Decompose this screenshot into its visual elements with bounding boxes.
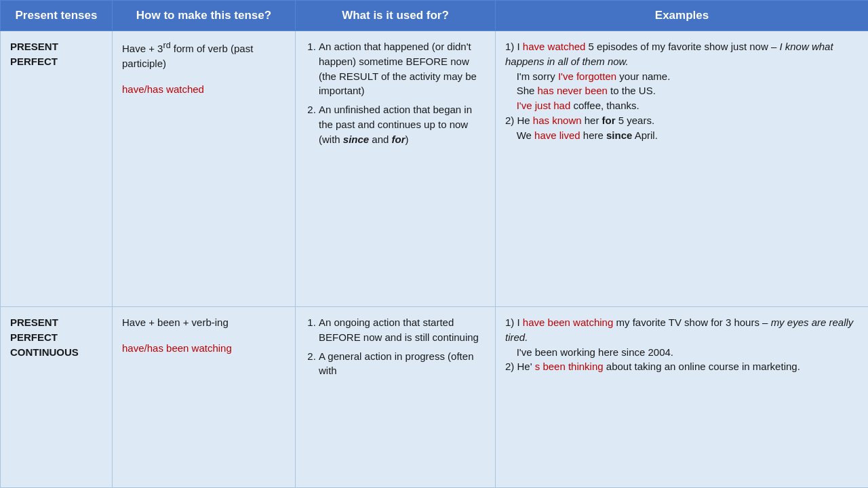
example-part: to the US. [608,85,656,96]
formula-text: Have + been + verb-ing [122,317,229,328]
formula-cell: Have + 3rd form of verb (past participle… [113,31,296,307]
use-item: An unfinished action that began in the p… [319,102,486,146]
example-line: I'm sorry I've forgotten your name. [505,69,859,84]
example-part: for [602,115,616,126]
example-part: I've forgotten [558,70,616,82]
formula-text: Have + 3 [122,43,163,54]
example-part: 5 years. [616,115,655,126]
use-item: An action that happened (or didn't happe… [319,39,486,98]
use-text: since [343,134,369,145]
example-line: 1) I have been watching my favorite TV s… [505,315,859,345]
example-indent [505,346,517,358]
header-present-tenses: Present tenses [1,1,113,31]
example-part: my favorite TV show for 3 hours – [613,317,770,328]
example-part: have watched [523,41,586,52]
example-part: I'm sorry [517,70,558,82]
example-part: here [580,129,606,141]
use-text: A general action in progress (often with [319,350,473,377]
example-part: coffee, thanks. [570,100,639,111]
example-part: since [606,129,632,141]
example-number: 2) [505,361,517,372]
examples-cell: 1) I have watched 5 episodes of my favor… [496,31,869,307]
tense-name-cell: PRESENT PERFECT CONTINUOUS [1,307,113,488]
example-part: your name. [616,70,670,82]
example-line: She has never been to the US. [505,83,859,98]
example-part: I've been working here since 2004. [517,346,673,358]
example-line: We have lived here since April. [505,128,859,143]
example-part: I [517,317,523,328]
use-text: ) [406,134,409,145]
example-part: s been thinking [535,361,604,372]
formula-cell: Have + been + verb-inghave/has been watc… [113,307,296,488]
example-part: about taking an online course in marketi… [604,361,800,372]
formula-sup: rd [163,41,170,50]
example-part: He [517,115,533,126]
header-what-used-for: What is it used for? [296,1,496,31]
example-number: 1) [505,317,517,328]
tense-name: PRESENT PERFECT CONTINUOUS [10,317,79,358]
example-line: 2) He' s been thinking about taking an o… [505,359,859,374]
example-part: He' [517,361,535,372]
header-examples: Examples [496,1,869,31]
header-how-to-make: How to make this tense? [113,1,296,31]
example-part: 5 episodes of my favorite show just now … [585,41,779,52]
example-part: have been watching [523,317,613,328]
example-part: has never been [538,85,608,96]
formula-example: have/has watched [122,82,285,97]
example-line: I've just had coffee, thanks. [505,98,859,113]
example-indent [505,85,517,96]
example-line: 2) He has known her for 5 years. [505,113,859,128]
example-line: 1) I have watched 5 episodes of my favor… [505,39,859,69]
use-text: and [369,134,391,145]
example-part: have lived [534,129,580,141]
example-part: I [517,41,523,52]
use-item: An ongoing action that started BEFORE no… [319,315,486,345]
formula-example: have/has been watching [122,341,285,356]
examples-cell: 1) I have been watching my favorite TV s… [496,307,869,488]
use-text: for [392,134,406,145]
use-text: An ongoing action that started BEFORE no… [319,317,479,343]
example-part: her [582,115,602,126]
example-indent [505,100,517,111]
example-indent [505,70,517,82]
example-part: She [517,85,538,96]
uses-cell: An action that happened (or didn't happe… [296,31,496,307]
example-part: April. [632,129,658,141]
example-indent [505,129,517,141]
use-item: A general action in progress (often with [319,349,486,379]
tense-name: PRESENT PERFECT [10,41,58,67]
uses-cell: An ongoing action that started BEFORE no… [296,307,496,488]
example-part: has known [533,115,582,126]
example-number: 1) [505,41,517,52]
example-part: We [517,129,534,141]
use-text: An action that happened (or didn't happe… [319,41,477,96]
example-number: 2) [505,115,517,126]
example-line: I've been working here since 2004. [505,345,859,360]
tense-name-cell: PRESENT PERFECT [1,31,113,307]
example-part: I've just had [517,100,571,111]
